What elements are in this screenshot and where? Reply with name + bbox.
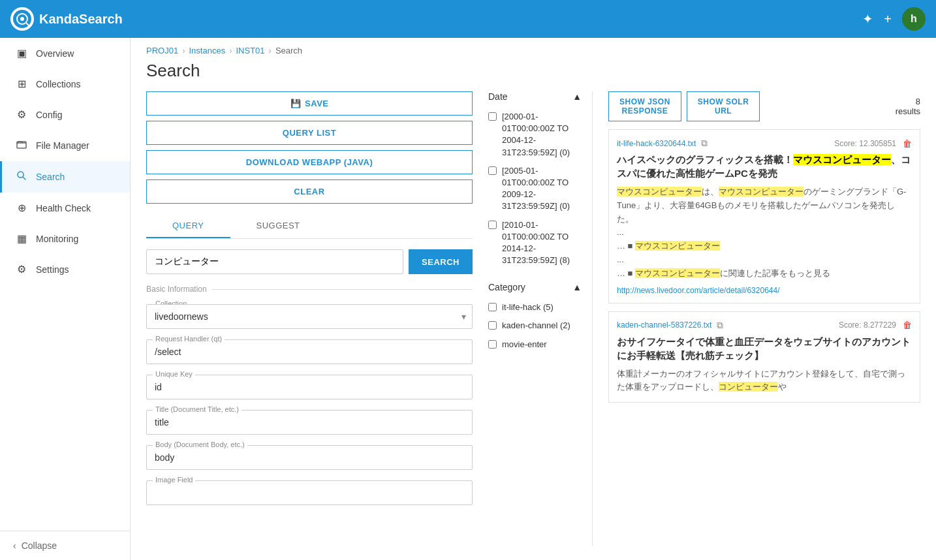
result-card-0: it-life-hack-6320644.txt ⧉ Score: 12.305… [608, 129, 920, 303]
copy-icon-0[interactable]: ⧉ [701, 138, 708, 149]
unique-key-field: Unique Key [146, 375, 473, 399]
show-solr-button[interactable]: SHOW SOLRURL [687, 91, 760, 121]
date-facet-section: Date ▲ [2000-01-01T00:00:00Z TO 2004-12-… [488, 91, 582, 266]
result-body-1: 体重計メーカーのオフィシャルサイトにアカウント登録をして、自宅で測った体重をアッ… [617, 367, 912, 395]
result-filename-0: it-life-hack-6320644.txt [617, 139, 696, 148]
result-meta-1: kaden-channel-5837226.txt ⧉ [617, 320, 723, 331]
sidebar-item-file-manager[interactable]: File Manager [0, 130, 130, 161]
page-title: Search [131, 55, 936, 91]
result-meta-0: it-life-hack-6320644.txt ⧉ [617, 138, 708, 149]
facet-panel: Date ▲ [2000-01-01T00:00:00Z TO 2004-12-… [488, 91, 593, 546]
delete-icon-0[interactable]: 🗑 [903, 138, 912, 149]
logo-area: KandaSearch [10, 7, 123, 31]
facet-date-item-1: [2005-01-01T00:00:00Z TO 2009-12-31T23:5… [488, 165, 582, 213]
sidebar-label-file-manager: File Manager [36, 140, 89, 151]
result-url-0[interactable]: http://news.livedoor.com/article/detail/… [617, 286, 912, 295]
breadcrumb-sep3: › [269, 46, 272, 55]
results-count: 8 results [896, 97, 920, 116]
sidebar-label-overview: Overview [36, 48, 74, 59]
request-handler-input[interactable] [146, 339, 473, 364]
result-filename-1: kaden-channel-5837226.txt [617, 320, 711, 330]
copy-icon-1[interactable]: ⧉ [717, 320, 723, 331]
facet-date-checkbox-2[interactable] [488, 221, 497, 229]
search-button[interactable]: SEARCH [409, 249, 473, 274]
sidebar: ▣ Overview ⊞ Collections ⚙ Config File M… [0, 38, 131, 560]
sidebar-item-search[interactable]: Search [0, 161, 130, 193]
results-header: SHOW JSONRESPONSE SHOW SOLRURL 8 results [608, 91, 920, 121]
sidebar-item-health-check[interactable]: ⊕ Health Check [0, 193, 130, 223]
sidebar-label-health-check: Health Check [36, 203, 91, 213]
content-area: PROJ01 › Instances › INST01 › Search Sea… [131, 38, 936, 560]
query-list-button[interactable]: QUERY LIST [146, 121, 473, 145]
sidebar-item-settings[interactable]: ⚙ Settings [0, 254, 130, 285]
main-layout: ▣ Overview ⊞ Collections ⚙ Config File M… [0, 38, 936, 560]
facet-cat-item-0: it-life-hack (5) [488, 302, 582, 313]
body-label: Body (Document Body, etc.) [153, 441, 247, 448]
breadcrumb-inst[interactable]: INST01 [236, 46, 264, 55]
sidebar-item-monitoring[interactable]: ▦ Monitoring [0, 223, 130, 254]
sidebar-label-collections: Collections [36, 79, 80, 89]
collapse-button[interactable]: ‹ Collapse [0, 531, 130, 560]
query-input[interactable] [146, 249, 403, 274]
body-input[interactable] [146, 445, 473, 470]
sidebar-label-search: Search [36, 172, 65, 182]
health-check-icon: ⊕ [15, 202, 28, 214]
collections-icon: ⊞ [15, 78, 28, 90]
results-panel: SHOW JSONRESPONSE SHOW SOLRURL 8 results… [608, 91, 920, 546]
clear-button[interactable]: CLEAR [146, 179, 473, 204]
sidebar-item-overview[interactable]: ▣ Overview [0, 38, 130, 69]
basic-info-section: Basic Information [146, 285, 473, 294]
title-field: Title (Document Title, etc.) [146, 410, 473, 435]
category-facet-header: Category ▲ [488, 282, 582, 295]
show-json-button[interactable]: SHOW JSONRESPONSE [608, 91, 681, 121]
facet-cat-item-2: movie-enter [488, 339, 582, 350]
facet-date-checkbox-0[interactable] [488, 112, 497, 121]
sidebar-item-config[interactable]: ⚙ Config [0, 99, 130, 130]
settings-icon: ⚙ [15, 263, 28, 275]
title-label: Title (Document Title, etc.) [153, 405, 242, 413]
title-input[interactable] [146, 410, 473, 435]
result-score-0: Score: 12.305851 [834, 139, 896, 148]
content-inner: 💾 SAVE QUERY LIST DOWNLOAD WEBAPP (JAVA)… [131, 91, 936, 560]
tab-query[interactable]: QUERY [146, 214, 230, 238]
collection-select[interactable]: livedoornews [146, 304, 473, 329]
facet-cat-checkbox-1[interactable] [488, 321, 497, 330]
breadcrumb-sep2: › [229, 46, 232, 55]
category-facet-label: Category [488, 282, 525, 292]
save-button[interactable]: 💾 SAVE [146, 91, 473, 116]
facet-cat-checkbox-0[interactable] [488, 303, 497, 311]
download-webapp-button[interactable]: DOWNLOAD WEBAPP (JAVA) [146, 150, 473, 174]
logo-icon [10, 7, 34, 31]
file-manager-icon [15, 139, 28, 152]
sidebar-label-settings: Settings [36, 264, 69, 275]
breadcrumb: PROJ01 › Instances › INST01 › Search [131, 38, 936, 55]
request-handler-field: Request Handler (qt) [146, 339, 473, 364]
save-icon: 💾 [290, 99, 302, 108]
category-facet-collapse-icon[interactable]: ▲ [572, 282, 582, 292]
query-tabs: QUERY SUGGEST [146, 214, 473, 239]
request-handler-label: Request Handler (qt) [153, 335, 225, 343]
sidebar-item-collections[interactable]: ⊞ Collections [0, 69, 130, 99]
image-field-label: Image Field [153, 476, 195, 484]
facet-cat-label-0: it-life-hack (5) [502, 302, 554, 313]
date-facet-collapse-icon[interactable]: ▲ [572, 91, 582, 102]
facet-cat-checkbox-2[interactable] [488, 340, 497, 349]
header-actions: ✦ + h [862, 7, 926, 31]
puzzle-icon[interactable]: ✦ [862, 11, 873, 27]
result-card-1: kaden-channel-5837226.txt ⧉ Score: 8.277… [608, 311, 920, 403]
breadcrumb-instances[interactable]: Instances [189, 46, 225, 55]
left-panel: 💾 SAVE QUERY LIST DOWNLOAD WEBAPP (JAVA)… [146, 91, 473, 546]
result-card-header-0: it-life-hack-6320644.txt ⧉ Score: 12.305… [617, 138, 912, 149]
overview-icon: ▣ [15, 47, 28, 59]
unique-key-input[interactable] [146, 375, 473, 399]
facet-date-checkbox-1[interactable] [488, 166, 497, 175]
avatar[interactable]: h [902, 7, 926, 31]
breadcrumb-proj[interactable]: PROJ01 [146, 46, 178, 55]
delete-icon-1[interactable]: 🗑 [903, 320, 912, 330]
plus-icon[interactable]: + [884, 12, 892, 27]
category-facet-section: Category ▲ it-life-hack (5) kaden-cha [488, 282, 582, 350]
body-field: Body (Document Body, etc.) [146, 445, 473, 470]
image-field-input[interactable] [146, 480, 473, 505]
svg-point-2 [20, 17, 24, 21]
tab-suggest[interactable]: SUGGEST [230, 214, 326, 238]
